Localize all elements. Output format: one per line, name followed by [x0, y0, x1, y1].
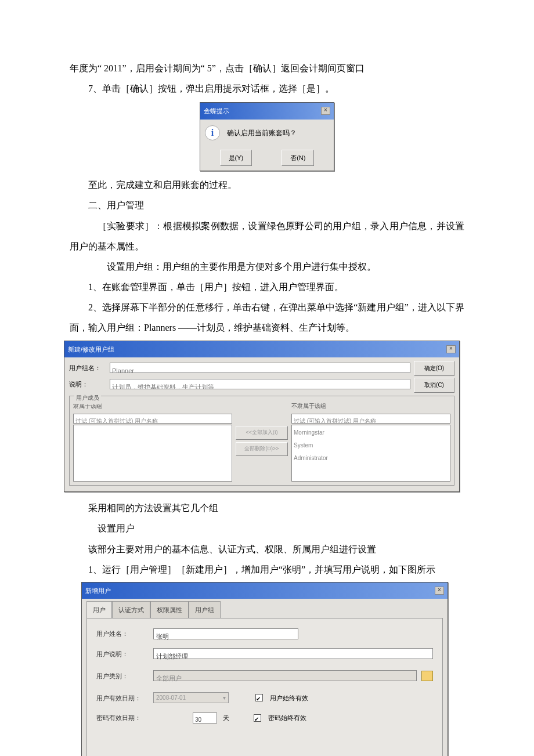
- member-left-list[interactable]: [73, 425, 232, 482]
- pwd-days-input[interactable]: 30: [193, 712, 217, 724]
- pwd-valid-label: 密码有效日期：: [96, 711, 149, 725]
- remove-all-button[interactable]: 全部删除(D)>>: [236, 442, 288, 456]
- pwd-always-valid-checkbox[interactable]: [254, 714, 261, 722]
- heading-user-management: 二、用户管理: [70, 195, 464, 215]
- text-set-group: 设置用户组：用户组的主要作用是方便对多个用户进行集中授权。: [70, 256, 464, 277]
- user-group-dialog: 新建/修改用户组 × 用户组名： Planner 说明： 计划员，维护基础资料，…: [64, 341, 460, 493]
- confirm-dialog: 金蝶提示 × i 确认启用当前账套吗？ 是(Y) 否(N): [200, 102, 334, 171]
- tab-user[interactable]: 用户: [86, 601, 112, 618]
- yes-button[interactable]: 是(Y): [220, 150, 252, 166]
- pwd-days-unit: 天: [223, 711, 229, 725]
- close-icon[interactable]: ×: [446, 345, 456, 353]
- tab-perm[interactable]: 权限属性: [150, 601, 189, 618]
- text-step7: 7、单击［确认］按钮，弹出启用提示对话框，选择［是］。: [70, 78, 464, 99]
- user-valid-date[interactable]: 2008-07-01 ▾: [153, 692, 229, 703]
- no-button[interactable]: 否(N): [282, 150, 314, 166]
- chevron-down-icon: ▾: [223, 692, 226, 704]
- group-name-input[interactable]: Planner: [110, 363, 410, 373]
- new-user-dialog-title: 新增用户: [85, 584, 111, 598]
- new-user-dialog: 新增用户 × 用户 认证方式 权限属性 用户组 用户姓名： 张明 用户说明： 计…: [81, 582, 448, 756]
- user-always-valid-label: 用户始终有效: [270, 691, 308, 705]
- user-type-label: 用户类别：: [96, 669, 149, 683]
- text-same-method: 采用相同的方法设置其它几个组: [70, 498, 464, 518]
- user-type-input[interactable]: 全部用户: [153, 670, 417, 681]
- add-all-button[interactable]: <<全部加入(I): [236, 426, 288, 440]
- user-desc-input[interactable]: 计划部经理: [153, 648, 433, 659]
- cancel-button[interactable]: 取消(C): [414, 378, 454, 393]
- confirm-dialog-message: 确认启用当前账套吗？: [227, 125, 297, 140]
- member-right-filter[interactable]: 过滤 (可输入首拼过滤) 用户名称: [291, 414, 450, 424]
- tab-group[interactable]: 用户组: [189, 601, 221, 618]
- user-group-dialog-title: 新建/修改用户组: [68, 342, 114, 356]
- group-desc-label: 说明：: [69, 377, 106, 391]
- group-desc-input[interactable]: 计划员，维护基础资料，生产计划等: [110, 379, 410, 389]
- user-valid-date-value: 2008-07-01: [156, 692, 186, 704]
- text-set-user: 设置用户: [70, 518, 464, 538]
- member-right-list[interactable]: Morningstar System Administrator: [291, 425, 450, 482]
- group-name-label: 用户组名：: [69, 361, 106, 375]
- info-icon: i: [205, 125, 220, 140]
- ok-button[interactable]: 确定(O): [414, 361, 454, 376]
- text-lead: 年度为“ 2011”，启用会计期间为“ 5”，点击［确认］返回会计期间页窗口: [70, 58, 464, 78]
- user-name-label: 用户姓名：: [96, 627, 149, 641]
- text-group-step2: 2、选择屏幕下半部分的任意移行，单击右键，在弹出菜单中选择“新建用户组”，进入以…: [70, 297, 464, 338]
- user-valid-label: 用户有效日期：: [96, 691, 149, 705]
- text-user-step1: 1、运行［用户管理］［新建用户］，增加用户“张明”，并填写用户说明，如下图所示: [70, 559, 464, 580]
- member-right-sub: 不隶属于该组: [291, 400, 450, 413]
- tab-auth[interactable]: 认证方式: [112, 601, 150, 618]
- text-set-user-desc: 该部分主要对用户的基本信息、认证方式、权限、所属用户组进行设置: [70, 539, 464, 559]
- user-desc-label: 用户说明：: [96, 647, 149, 661]
- text-group-step1: 1、在账套管理界面，单击［用户］按钮，进入用户管理界面。: [70, 277, 464, 297]
- folder-icon[interactable]: [421, 671, 433, 681]
- user-name-input[interactable]: 张明: [153, 628, 298, 639]
- close-icon[interactable]: ×: [435, 587, 444, 595]
- text-done: 至此，完成建立和启用账套的过程。: [70, 175, 464, 195]
- user-always-valid-checkbox[interactable]: [255, 694, 263, 701]
- member-left-filter[interactable]: 过滤 (可输入首拼过滤) 用户名称: [73, 414, 232, 424]
- close-icon[interactable]: ×: [321, 107, 330, 115]
- pwd-always-valid-label: 密码始终有效: [268, 711, 306, 725]
- confirm-dialog-title: 金蝶提示: [204, 104, 229, 118]
- members-groupbox-legend: 用户成员: [74, 392, 101, 404]
- text-requirement: ［实验要求］：根据模拟案例数据，设置绿色原野公司的用户组，录入用户信息，并设置用…: [70, 216, 464, 256]
